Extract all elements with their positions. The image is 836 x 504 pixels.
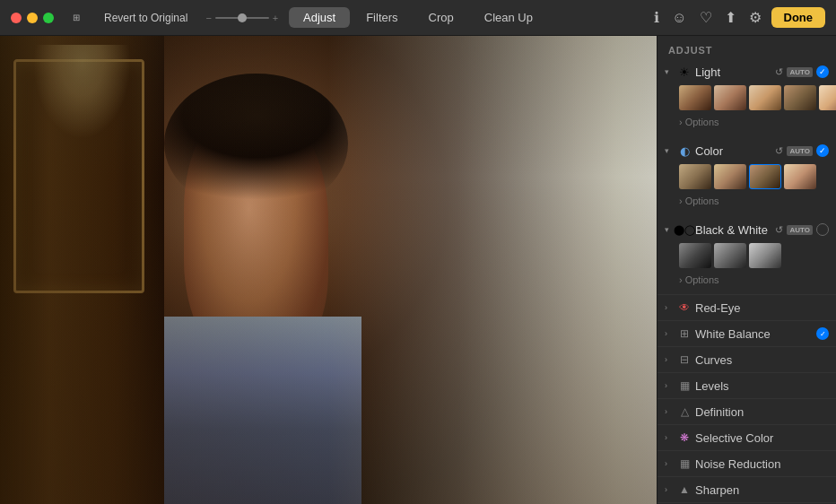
section-bw-header[interactable]: ▾ ⬤◯ Black & White ↺ AUTO [657, 219, 836, 240]
main-content: ADJUST ▾ ☀ Light ↺ AUTO ✓ [0, 36, 836, 504]
adj-redeye-label: Red-Eye [695, 301, 829, 315]
tab-crop[interactable]: Crop [414, 7, 468, 28]
adj-wb-label: White Balance [695, 327, 813, 341]
light-options-button[interactable]: › Options [679, 115, 719, 129]
panel-header: ADJUST [657, 36, 836, 61]
chevron-right-icon: › [679, 117, 683, 127]
adj-row-redeye[interactable]: › 👁 Red-Eye [657, 294, 836, 320]
section-bw-label: Black & White [695, 223, 771, 237]
red-eye-icon: 👁 [677, 300, 692, 315]
revert-button[interactable]: Revert to Original [97, 9, 195, 27]
bw-options-button[interactable]: › Options [679, 273, 719, 287]
adj-curves-label: Curves [695, 353, 829, 367]
color-options-button[interactable]: › Options [679, 194, 719, 208]
white-balance-icon: ⊞ [677, 326, 692, 341]
color-auto-badge[interactable]: AUTO [787, 146, 813, 156]
wb-check: ✓ [816, 327, 829, 340]
minimize-button[interactable] [27, 13, 38, 23]
section-bw: ▾ ⬤◯ Black & White ↺ AUTO › Options [657, 219, 836, 294]
close-button[interactable] [11, 13, 22, 23]
bw-options-row: › Options [657, 271, 836, 291]
light-auto-badge[interactable]: AUTO [787, 67, 813, 77]
thumb-light-3[interactable] [749, 85, 781, 110]
thumb-bw-1[interactable] [679, 243, 711, 268]
light-check[interactable]: ✓ [816, 65, 829, 78]
section-light: ▾ ☀ Light ↺ AUTO ✓ › Options [657, 61, 836, 136]
adj-row-levels[interactable]: › ▦ Levels [657, 372, 836, 398]
chevron-down-icon-2: ▾ [665, 146, 674, 155]
emoji-icon[interactable]: ☺ [669, 7, 689, 29]
chevron-right-icon-sharpen: › [665, 485, 674, 494]
tab-filters[interactable]: Filters [352, 7, 412, 28]
traffic-lights [11, 13, 54, 23]
thumb-bw-3[interactable] [749, 243, 781, 268]
info-icon[interactable]: ℹ [651, 6, 662, 29]
thumb-color-2[interactable] [714, 164, 746, 189]
sidebar-toggle-icon[interactable]: ⊞ [66, 11, 86, 25]
section-light-actions: ↺ AUTO ✓ [775, 65, 829, 78]
thumb-color-4[interactable] [784, 164, 816, 189]
noise-icon: ▦ [677, 456, 692, 471]
thumb-color-1[interactable] [679, 164, 711, 189]
photo-area [0, 36, 657, 504]
titlebar: ⊞ Revert to Original − + Adjust Filters … [0, 0, 836, 36]
adj-definition-label: Definition [695, 405, 829, 419]
thumb-color-3[interactable] [749, 164, 781, 189]
chevron-right-icon-3: › [679, 274, 683, 285]
sharpen-icon: ▲ [677, 482, 692, 497]
thumb-light-1[interactable] [679, 85, 711, 110]
thumb-bw-2[interactable] [714, 243, 746, 268]
chevron-right-icon-noise: › [665, 459, 674, 468]
adj-sharpen-label: Sharpen [695, 483, 829, 497]
tools-icon[interactable]: ⚙ [746, 6, 764, 29]
heart-icon[interactable]: ♡ [697, 6, 715, 29]
section-light-header[interactable]: ▾ ☀ Light ↺ AUTO ✓ [657, 61, 836, 83]
tab-cleanup[interactable]: Clean Up [470, 7, 547, 28]
curves-icon: ⊟ [677, 352, 692, 367]
adj-row-noise[interactable]: › ▦ Noise Reduction [657, 450, 836, 476]
bw-check-empty[interactable] [816, 223, 829, 236]
thumb-light-5[interactable] [819, 85, 836, 110]
section-color-label: Color [695, 144, 771, 158]
adj-row-selective-color[interactable]: › ❋ Selective Color [657, 424, 836, 450]
section-color-header[interactable]: ▾ ◐ Color ↺ AUTO ✓ [657, 140, 836, 161]
maximize-button[interactable] [43, 13, 54, 23]
nav-tabs: Adjust Filters Crop Clean Up [289, 7, 547, 28]
adj-levels-label: Levels [695, 379, 829, 393]
color-options-row: › Options [657, 192, 836, 212]
right-panel: ADJUST ▾ ☀ Light ↺ AUTO ✓ [657, 36, 836, 504]
tab-adjust[interactable]: Adjust [289, 7, 350, 28]
color-icon: ◐ [677, 143, 692, 158]
levels-icon: ▦ [677, 378, 692, 393]
photo-scene [0, 36, 657, 504]
done-button[interactable]: Done [771, 7, 826, 28]
section-bw-actions: ↺ AUTO [775, 223, 829, 236]
chevron-right-icon-def: › [665, 407, 674, 416]
color-check[interactable]: ✓ [816, 144, 829, 157]
chevron-right-icon-wb: › [665, 329, 674, 338]
reset-bw-icon[interactable]: ↺ [775, 224, 783, 236]
chevron-right-icon-levels: › [665, 381, 674, 390]
chevron-down-icon-3: ▾ [665, 225, 674, 234]
chevron-right-icon-redeye: › [665, 303, 674, 312]
thumb-light-2[interactable] [714, 85, 746, 110]
reset-light-icon[interactable]: ↺ [775, 66, 783, 78]
adj-selective-color-label: Selective Color [695, 431, 829, 445]
adj-row-whitebalance[interactable]: › ⊞ White Balance ✓ [657, 320, 836, 346]
adj-row-sharpen[interactable]: › ▲ Sharpen [657, 476, 836, 502]
color-thumbs [657, 161, 836, 192]
chevron-down-icon: ▾ [665, 67, 674, 76]
adj-row-definition[interactable]: › △ Definition [657, 398, 836, 424]
bw-thumbs [657, 240, 836, 271]
adj-row-curves[interactable]: › ⊟ Curves [657, 346, 836, 372]
bw-icon: ⬤◯ [677, 222, 692, 237]
thumb-light-4[interactable] [784, 85, 816, 110]
zoom-slider[interactable]: − + [205, 13, 278, 23]
share-icon[interactable]: ⬆ [722, 6, 739, 29]
light-icon: ☀ [677, 65, 692, 79]
reset-color-icon[interactable]: ↺ [775, 145, 783, 157]
light-options-row: › Options [657, 113, 836, 133]
section-color-actions: ↺ AUTO ✓ [775, 144, 829, 157]
bw-auto-badge[interactable]: AUTO [787, 225, 813, 235]
selective-color-icon: ❋ [677, 430, 692, 445]
